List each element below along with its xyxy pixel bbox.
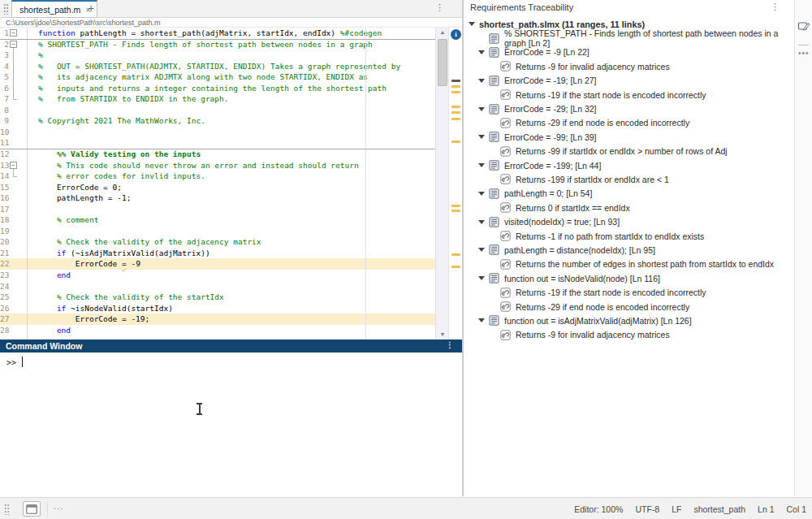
tree-range-row[interactable]: ErrorCode = -99; [Ln 39] (464, 130, 794, 144)
tree-range-row[interactable]: function out = isAdjMatrixValid(adjMatri… (464, 314, 794, 327)
code-fold-icon[interactable]: − (10, 29, 17, 37)
tree-link-row[interactable]: Returns -19 if the start node is encoded… (464, 285, 794, 299)
warning-marker[interactable] (451, 253, 460, 256)
chevron-down-icon[interactable] (478, 276, 485, 280)
tree-range-row[interactable]: ErrorCode = -199; [Ln 44] (464, 158, 794, 172)
chevron-down-icon[interactable] (478, 163, 485, 167)
scroll-up-icon[interactable]: ▲ (436, 28, 449, 37)
code-line[interactable]: pathLength = -1; (28, 192, 435, 204)
code-line[interactable]: % SHORTEST_PATH - Finds length of shorte… (28, 39, 435, 50)
editor-pane: shortest_path.m × + ⋮ C:\Users\jdoe\Shor… (0, 0, 462, 496)
chevron-down-icon[interactable] (478, 107, 485, 111)
code-line[interactable]: ErrorCode = -9 (28, 258, 435, 270)
chevron-down-icon[interactable] (478, 192, 485, 196)
tab-bar-menu-icon[interactable]: ⋮ (435, 3, 444, 12)
chevron-down-icon[interactable] (478, 220, 485, 224)
code-fold-icon[interactable]: − (10, 41, 17, 48)
requirements-panel-menu-icon[interactable]: ⋮ (771, 2, 780, 11)
code-editor[interactable]: 1234567891011121314151617181920212223242… (0, 28, 462, 340)
command-window-toggle-button[interactable] (23, 501, 41, 517)
code-line[interactable]: end (28, 270, 435, 281)
tree-link-row[interactable]: Returns the number of edges in shortest … (464, 257, 794, 271)
code-line[interactable]: % its adjacency matrix ADJMTX along with… (28, 71, 435, 83)
code-line[interactable] (28, 226, 435, 237)
scroll-down-icon[interactable]: ▼ (436, 330, 449, 340)
warning-marker[interactable] (451, 205, 460, 207)
code-line[interactable]: % (28, 50, 435, 61)
chevron-down-icon[interactable] (469, 22, 475, 26)
tree-range-row[interactable]: function out = isNodeValid(node) [Ln 116… (464, 271, 794, 285)
warning-marker[interactable] (451, 111, 460, 114)
current-function[interactable]: shortest_path (693, 504, 745, 514)
warning-marker[interactable] (451, 210, 460, 212)
code-line[interactable]: % Check the validity of the adjacency ma… (28, 236, 435, 248)
tree-range-row[interactable]: pathLength = distance(nodeIdx); [Ln 95] (464, 243, 794, 257)
code-line[interactable] (28, 137, 435, 149)
tree-range-row[interactable]: pathLength = 0; [Ln 54] (464, 187, 794, 201)
command-window-menu-icon[interactable]: ⋮ (446, 341, 454, 349)
tree-link-row[interactable]: Returns -29 if end node is encoded incor… (464, 300, 794, 314)
code-line[interactable] (28, 127, 435, 138)
chevron-down-icon[interactable] (478, 79, 485, 83)
code-line[interactable]: ErrorCode = 0; (28, 182, 435, 193)
code-analyzer-info-icon[interactable]: i (451, 29, 461, 40)
tab-strip-grip-icon[interactable] (3, 3, 9, 15)
tree-range-row[interactable]: % SHORTEST_PATH - Finds length of shorte… (464, 31, 794, 45)
message-marker[interactable] (451, 80, 460, 82)
tree-link-row[interactable]: Returns -199 if startIdx or endIdx are <… (464, 172, 794, 186)
code-line[interactable]: % comment (28, 214, 435, 226)
chevron-down-icon[interactable] (478, 318, 485, 322)
code-line[interactable]: function pathLength = shortest_path(adjM… (28, 28, 435, 39)
warning-marker[interactable] (451, 106, 460, 108)
tree-link-row[interactable]: Returns -9 for invalid adjacency matrice… (464, 59, 794, 73)
code-line[interactable]: % Copyright 2021 The MathWorks, Inc. (28, 115, 435, 127)
command-window[interactable]: >> (0, 352, 462, 496)
code-line[interactable] (28, 105, 435, 116)
code-line[interactable]: % from STARTIDX to ENDIDX in the graph. (28, 93, 435, 105)
file-encoding[interactable]: UTF-8 (635, 504, 659, 514)
requirements-editor-icon[interactable] (797, 19, 810, 36)
code-line[interactable]: %% Validy testing on the inputs (28, 149, 435, 160)
code-line[interactable] (28, 204, 435, 215)
code-line[interactable]: % inputs and returns a integer containin… (28, 83, 435, 94)
warning-marker[interactable] (451, 118, 460, 120)
tree-range-row[interactable]: visited(nodeIdx) = true; [Ln 93] (464, 214, 794, 228)
tree-range-row[interactable]: ErrorCode = -29; [Ln 32] (464, 102, 794, 115)
code-line[interactable]: % OUT = SHORTEST_PATH(ADJMTX, STARTIDX, … (28, 61, 435, 72)
chevron-down-icon[interactable] (478, 50, 485, 54)
tree-link-row[interactable]: Returns -29 if end node is encoded incor… (464, 116, 794, 130)
code-line[interactable]: end (28, 325, 435, 336)
chevron-down-icon[interactable] (478, 248, 485, 252)
new-tab-button[interactable]: + (84, 2, 98, 16)
code-line[interactable]: % This code should never throw an error … (28, 160, 435, 171)
tree-link-row[interactable]: Returns 0 if startIdx == endIdx (464, 201, 794, 214)
chevron-down-icon[interactable] (478, 135, 485, 139)
tree-range-row[interactable]: ErrorCode = -19; [Ln 27] (464, 74, 794, 88)
line-ending[interactable]: LF (672, 504, 681, 514)
tree-link-row[interactable]: Returns -99 if startIdx or endIdx > numb… (464, 145, 794, 158)
status-bar-grip-icon[interactable] (4, 504, 10, 515)
editor-zoom-level[interactable]: Editor: 100% (574, 504, 623, 514)
code-line[interactable]: if (~isAdjMatrixValid(adjMatrix)) (28, 248, 435, 259)
command-window-header[interactable]: Command Window ⋮ (0, 340, 462, 352)
scrollbar-thumb[interactable] (438, 39, 447, 86)
warning-marker[interactable] (451, 266, 460, 268)
editor-scrollbar[interactable]: ▲ ▼ (435, 28, 448, 340)
code-line[interactable]: % Check the validity of the startIdx (28, 292, 435, 303)
code-line[interactable]: if ~isNodeValid(startIdx) (28, 303, 435, 314)
code-line[interactable] (28, 281, 435, 292)
code-fold-icon[interactable]: − (10, 162, 17, 169)
warning-marker[interactable] (451, 85, 460, 88)
tree-link-row[interactable]: Returns -19 if the start node is encoded… (464, 88, 794, 102)
text-caret (22, 357, 23, 367)
code-line[interactable]: ErrorCode = -19; (28, 314, 435, 325)
line-number: 18 (0, 214, 27, 226)
tree-link-row[interactable]: Returns -1 if no path from startIdx to e… (464, 229, 794, 243)
warning-marker[interactable] (451, 91, 460, 93)
code-lines[interactable]: function pathLength = shortest_path(adjM… (28, 28, 435, 335)
warning-marker[interactable] (451, 141, 460, 143)
toolbar-overflow-icon[interactable]: ••• (798, 49, 810, 58)
tree-link-row[interactable]: Returns -9 for invalid adjacency matrice… (464, 328, 794, 342)
code-line[interactable]: % error codes for invlid inputs. (28, 171, 435, 182)
status-overflow-icon[interactable]: ... (54, 501, 63, 511)
